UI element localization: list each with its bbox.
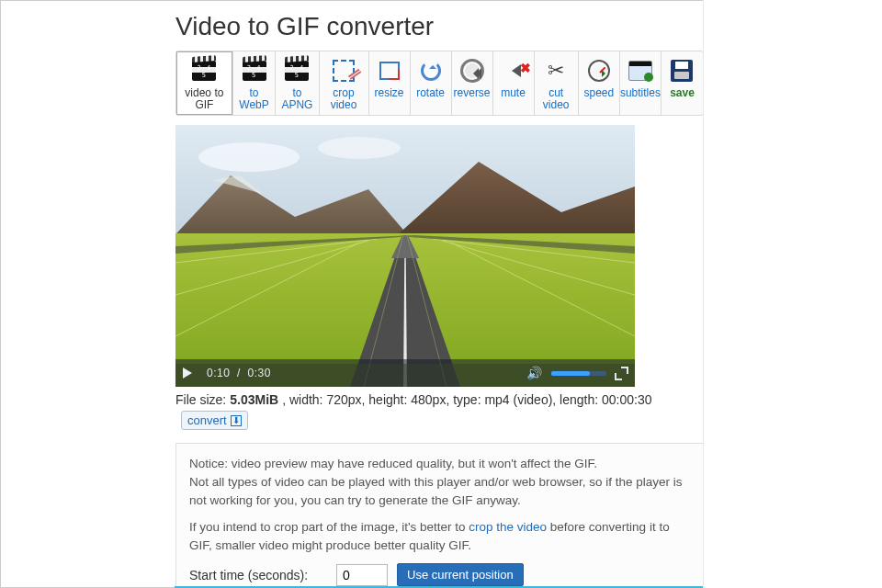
tool-cut-video[interactable]: ✂ cut video <box>535 51 579 115</box>
reverse-icon <box>458 57 486 85</box>
file-size-value: 5.03MiB <box>230 392 278 407</box>
tool-label: resize <box>375 87 404 99</box>
right-sidebar <box>703 0 882 588</box>
start-time-input[interactable] <box>336 564 388 586</box>
video-frame-image <box>175 125 635 387</box>
tool-label: to WebP <box>238 87 271 111</box>
file-dimensions: , width: 720px, height: 480px, type: mp4… <box>282 392 651 407</box>
clapper-icon: 2 4 5 <box>190 57 218 85</box>
video-time: 0:10 / 0:30 <box>207 367 271 379</box>
page-title: Video to GIF converter <box>175 12 704 41</box>
tool-to-webp[interactable]: 2 4 5 to WebP <box>233 51 277 115</box>
tool-label: mute <box>501 87 526 99</box>
tool-crop-video[interactable]: crop video <box>320 51 369 115</box>
volume-icon[interactable]: 🔊 <box>526 366 542 380</box>
tool-label: video to GIF <box>181 87 228 111</box>
speedometer-icon <box>585 57 613 85</box>
crop-video-link[interactable]: crop the video <box>469 520 547 534</box>
tool-reverse[interactable]: reverse <box>452 51 493 115</box>
svg-point-2 <box>318 137 401 159</box>
rotate-icon <box>417 57 445 85</box>
video-preview[interactable]: 0:10 / 0:30 🔊 <box>175 125 635 387</box>
video-controls: 0:10 / 0:30 🔊 <box>175 359 635 387</box>
use-current-start-button[interactable]: Use current position <box>397 563 524 586</box>
notice-text-2: If you intend to crop part of the image,… <box>189 518 690 554</box>
tool-save[interactable]: save <box>662 51 703 115</box>
tool-label: speed <box>583 87 614 99</box>
scissors-icon: ✂ <box>542 57 570 85</box>
notice-text-1: Notice: video preview may have reduced q… <box>189 455 690 509</box>
svg-point-1 <box>198 142 300 172</box>
tool-label: cut video <box>539 87 573 111</box>
tool-label: crop video <box>324 87 364 111</box>
file-info: File size: 5.03MiB , width: 720px, heigh… <box>175 392 704 430</box>
notice-panel: Notice: video preview may have reduced q… <box>175 443 704 588</box>
crop-pen-icon <box>330 57 357 85</box>
convert-button[interactable]: convert ⬇ <box>181 411 248 430</box>
download-arrow-icon: ⬇ <box>231 415 242 426</box>
clapper-icon: 2 4 5 <box>241 57 268 85</box>
tool-speed[interactable]: speed <box>579 51 620 115</box>
fullscreen-button[interactable] <box>616 368 628 379</box>
toolbar: 2 4 5 video to GIF 2 4 5 to WebP 2 4 5 t… <box>175 51 704 116</box>
tool-resize[interactable]: resize <box>369 51 411 115</box>
start-time-row: Start time (seconds): Use current positi… <box>189 563 690 586</box>
tool-label: reverse <box>454 87 491 99</box>
clapper-icon: 2 4 5 <box>283 57 311 85</box>
volume-slider[interactable] <box>551 371 606 376</box>
tool-label: subtitles <box>620 87 661 99</box>
resize-icon <box>376 57 403 85</box>
floppy-save-icon <box>668 57 695 85</box>
tool-label: save <box>670 87 695 99</box>
start-time-label: Start time (seconds): <box>189 566 327 584</box>
file-size-label: File size: <box>175 392 226 407</box>
tool-mute[interactable]: mute <box>493 51 535 115</box>
play-button[interactable] <box>183 368 198 379</box>
tool-rotate[interactable]: rotate <box>411 51 452 115</box>
tool-subtitles[interactable]: subtitles <box>620 51 662 115</box>
tool-label: rotate <box>416 87 445 99</box>
tool-video-to-gif[interactable]: 2 4 5 video to GIF <box>176 51 233 115</box>
tool-label: to APNG <box>280 87 313 111</box>
subtitles-icon <box>627 57 654 85</box>
tool-to-apng[interactable]: 2 4 5 to APNG <box>276 51 319 115</box>
mute-icon <box>500 57 527 85</box>
